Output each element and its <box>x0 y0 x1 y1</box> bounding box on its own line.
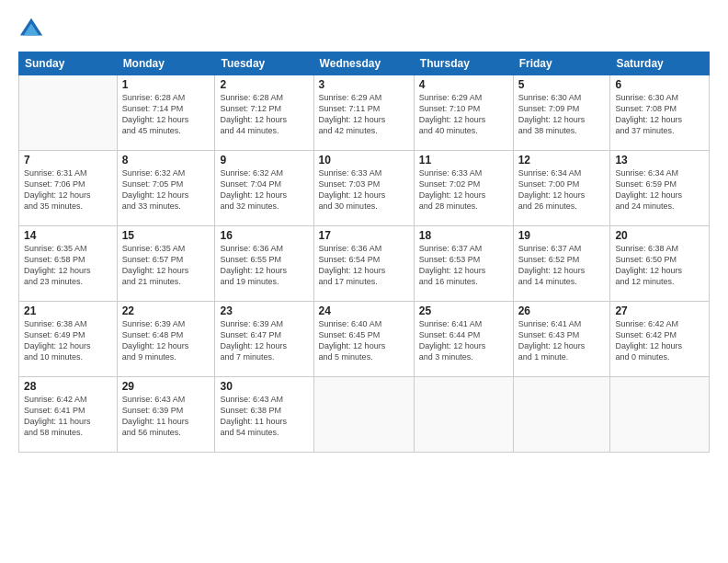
calendar-day-cell: 12Sunrise: 6:34 AM Sunset: 7:00 PM Dayli… <box>513 151 610 226</box>
calendar-day-cell: 7Sunrise: 6:31 AM Sunset: 7:06 PM Daylig… <box>19 151 118 226</box>
calendar-day-cell: 22Sunrise: 6:39 AM Sunset: 6:48 PM Dayli… <box>117 302 215 377</box>
day-number: 10 <box>319 154 409 167</box>
day-info: Sunrise: 6:29 AM Sunset: 7:10 PM Dayligh… <box>419 92 508 137</box>
calendar-day-cell: 1Sunrise: 6:28 AM Sunset: 7:14 PM Daylig… <box>117 75 215 151</box>
day-number: 4 <box>419 78 508 91</box>
weekday-header: Sunday <box>19 52 118 75</box>
calendar-day-cell: 18Sunrise: 6:37 AM Sunset: 6:53 PM Dayli… <box>414 226 513 302</box>
day-number: 29 <box>122 380 210 393</box>
day-number: 8 <box>122 154 210 167</box>
day-info: Sunrise: 6:34 AM Sunset: 6:59 PM Dayligh… <box>615 167 704 213</box>
day-info: Sunrise: 6:30 AM Sunset: 7:08 PM Dayligh… <box>615 92 704 137</box>
day-number: 11 <box>419 154 508 167</box>
calendar-day-cell: 17Sunrise: 6:36 AM Sunset: 6:54 PM Dayli… <box>313 226 414 302</box>
day-info: Sunrise: 6:29 AM Sunset: 7:11 PM Dayligh… <box>319 92 409 137</box>
weekday-header: Friday <box>513 52 610 75</box>
day-info: Sunrise: 6:37 AM Sunset: 6:53 PM Dayligh… <box>419 243 508 288</box>
day-number: 28 <box>24 380 112 393</box>
calendar-day-cell: 2Sunrise: 6:28 AM Sunset: 7:12 PM Daylig… <box>215 75 313 151</box>
day-info: Sunrise: 6:36 AM Sunset: 6:55 PM Dayligh… <box>220 243 308 288</box>
day-info: Sunrise: 6:42 AM Sunset: 6:42 PM Dayligh… <box>615 318 704 363</box>
day-info: Sunrise: 6:36 AM Sunset: 6:54 PM Dayligh… <box>319 243 409 288</box>
calendar-table: SundayMondayTuesdayWednesdayThursdayFrid… <box>18 52 710 453</box>
calendar-day-cell: 14Sunrise: 6:35 AM Sunset: 6:58 PM Dayli… <box>19 226 118 302</box>
calendar-day-cell: 9Sunrise: 6:32 AM Sunset: 7:04 PM Daylig… <box>215 151 313 226</box>
day-info: Sunrise: 6:32 AM Sunset: 7:05 PM Dayligh… <box>122 167 210 213</box>
weekday-header: Tuesday <box>215 52 313 75</box>
day-number: 6 <box>615 78 704 91</box>
day-number: 5 <box>518 78 606 91</box>
day-number: 14 <box>24 229 112 242</box>
day-info: Sunrise: 6:35 AM Sunset: 6:57 PM Dayligh… <box>122 243 210 288</box>
calendar-day-cell <box>313 377 414 453</box>
day-info: Sunrise: 6:34 AM Sunset: 7:00 PM Dayligh… <box>518 167 606 213</box>
day-info: Sunrise: 6:35 AM Sunset: 6:58 PM Dayligh… <box>24 243 112 288</box>
day-number: 3 <box>319 78 409 91</box>
day-info: Sunrise: 6:28 AM Sunset: 7:14 PM Dayligh… <box>122 92 210 137</box>
day-number: 21 <box>24 304 112 317</box>
day-info: Sunrise: 6:33 AM Sunset: 7:02 PM Dayligh… <box>419 167 508 213</box>
day-info: Sunrise: 6:31 AM Sunset: 7:06 PM Dayligh… <box>24 167 112 213</box>
day-info: Sunrise: 6:28 AM Sunset: 7:12 PM Dayligh… <box>220 92 308 137</box>
calendar-week-row: 14Sunrise: 6:35 AM Sunset: 6:58 PM Dayli… <box>19 226 710 302</box>
day-number: 25 <box>419 304 508 317</box>
day-info: Sunrise: 6:41 AM Sunset: 6:44 PM Dayligh… <box>419 318 508 363</box>
day-number: 17 <box>319 229 409 242</box>
calendar-day-cell: 4Sunrise: 6:29 AM Sunset: 7:10 PM Daylig… <box>414 75 513 151</box>
day-info: Sunrise: 6:41 AM Sunset: 6:43 PM Dayligh… <box>518 318 606 363</box>
day-number: 20 <box>615 229 704 242</box>
calendar-day-cell: 29Sunrise: 6:43 AM Sunset: 6:39 PM Dayli… <box>117 377 215 453</box>
calendar-day-cell: 5Sunrise: 6:30 AM Sunset: 7:09 PM Daylig… <box>513 75 610 151</box>
calendar-week-row: 28Sunrise: 6:42 AM Sunset: 6:41 PM Dayli… <box>19 377 710 453</box>
calendar-day-cell: 28Sunrise: 6:42 AM Sunset: 6:41 PM Dayli… <box>19 377 118 453</box>
calendar-week-row: 7Sunrise: 6:31 AM Sunset: 7:06 PM Daylig… <box>19 151 710 226</box>
day-info: Sunrise: 6:43 AM Sunset: 6:38 PM Dayligh… <box>220 394 308 439</box>
calendar-day-cell: 20Sunrise: 6:38 AM Sunset: 6:50 PM Dayli… <box>610 226 710 302</box>
day-number: 18 <box>419 229 508 242</box>
logo <box>18 17 48 42</box>
day-info: Sunrise: 6:40 AM Sunset: 6:45 PM Dayligh… <box>319 318 409 363</box>
weekday-header: Wednesday <box>313 52 414 75</box>
calendar-week-row: 1Sunrise: 6:28 AM Sunset: 7:14 PM Daylig… <box>19 75 710 151</box>
calendar-day-cell: 11Sunrise: 6:33 AM Sunset: 7:02 PM Dayli… <box>414 151 513 226</box>
day-number: 24 <box>319 304 409 317</box>
day-number: 27 <box>615 304 704 317</box>
calendar-day-cell: 19Sunrise: 6:37 AM Sunset: 6:52 PM Dayli… <box>513 226 610 302</box>
weekday-header: Thursday <box>414 52 513 75</box>
day-number: 26 <box>518 304 606 317</box>
calendar-day-cell: 13Sunrise: 6:34 AM Sunset: 6:59 PM Dayli… <box>610 151 710 226</box>
calendar-day-cell: 26Sunrise: 6:41 AM Sunset: 6:43 PM Dayli… <box>513 302 610 377</box>
day-number: 1 <box>122 78 210 91</box>
calendar-day-cell <box>610 377 710 453</box>
day-info: Sunrise: 6:32 AM Sunset: 7:04 PM Dayligh… <box>220 167 308 213</box>
calendar-day-cell: 24Sunrise: 6:40 AM Sunset: 6:45 PM Dayli… <box>313 302 414 377</box>
day-info: Sunrise: 6:30 AM Sunset: 7:09 PM Dayligh… <box>518 92 606 137</box>
calendar-day-cell: 30Sunrise: 6:43 AM Sunset: 6:38 PM Dayli… <box>215 377 313 453</box>
calendar-day-cell: 27Sunrise: 6:42 AM Sunset: 6:42 PM Dayli… <box>610 302 710 377</box>
day-number: 22 <box>122 304 210 317</box>
calendar-day-cell: 15Sunrise: 6:35 AM Sunset: 6:57 PM Dayli… <box>117 226 215 302</box>
day-number: 19 <box>518 229 606 242</box>
day-info: Sunrise: 6:43 AM Sunset: 6:39 PM Dayligh… <box>122 394 210 439</box>
calendar-day-cell: 21Sunrise: 6:38 AM Sunset: 6:49 PM Dayli… <box>19 302 118 377</box>
calendar-day-cell: 8Sunrise: 6:32 AM Sunset: 7:05 PM Daylig… <box>117 151 215 226</box>
calendar-day-cell <box>414 377 513 453</box>
logo-icon <box>18 17 44 42</box>
day-number: 7 <box>24 154 112 167</box>
day-number: 12 <box>518 154 606 167</box>
calendar-day-cell: 6Sunrise: 6:30 AM Sunset: 7:08 PM Daylig… <box>610 75 710 151</box>
calendar-day-cell: 3Sunrise: 6:29 AM Sunset: 7:11 PM Daylig… <box>313 75 414 151</box>
page-header <box>18 17 710 42</box>
day-number: 9 <box>220 154 308 167</box>
day-number: 15 <box>122 229 210 242</box>
day-number: 30 <box>220 380 308 393</box>
calendar-week-row: 21Sunrise: 6:38 AM Sunset: 6:49 PM Dayli… <box>19 302 710 377</box>
calendar-day-cell: 10Sunrise: 6:33 AM Sunset: 7:03 PM Dayli… <box>313 151 414 226</box>
day-info: Sunrise: 6:39 AM Sunset: 6:47 PM Dayligh… <box>220 318 308 363</box>
day-number: 2 <box>220 78 308 91</box>
day-info: Sunrise: 6:39 AM Sunset: 6:48 PM Dayligh… <box>122 318 210 363</box>
day-number: 16 <box>220 229 308 242</box>
day-info: Sunrise: 6:38 AM Sunset: 6:50 PM Dayligh… <box>615 243 704 288</box>
calendar-day-cell <box>19 75 118 151</box>
calendar-day-cell: 23Sunrise: 6:39 AM Sunset: 6:47 PM Dayli… <box>215 302 313 377</box>
